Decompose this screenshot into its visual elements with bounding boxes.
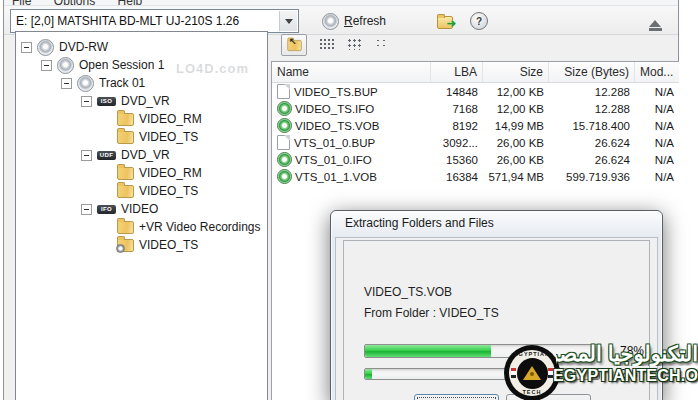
udf-badge-icon: UDF [97, 151, 116, 160]
folder-disc-icon [117, 239, 134, 252]
disc-file-icon [277, 118, 292, 133]
column-header-name[interactable]: Name [272, 62, 431, 82]
tree-item-track-01[interactable]: Track 01 [16, 74, 267, 92]
tree-item-video-rm[interactable]: VIDEO_RM [16, 110, 267, 128]
refresh-button[interactable]: Refresh [314, 9, 394, 33]
extract-button[interactable]: ➔ [429, 9, 462, 33]
folder-icon [117, 131, 134, 144]
drive-select-value: E: [2,0] MATSHITA BD-MLT UJ-210S 1.26 [11, 14, 278, 28]
tree-item-video-ts[interactable]: VIDEO_TS [16, 182, 267, 200]
disc-icon [37, 39, 54, 56]
disc-file-icon [277, 169, 292, 184]
list-view-icon[interactable] [375, 38, 385, 50]
file-row[interactable]: VTS_01_0.BUP 3092... 26,00 KB 26.624 N/A [272, 134, 679, 151]
arabic-watermark-text: التكنولوجيا المصرية [556, 342, 698, 366]
disc-icon [322, 13, 339, 30]
dialog-title: Extracting Folders and Files [331, 211, 662, 236]
egyptiantech-logo: EGYPTIAN TECH [504, 345, 560, 400]
file-row[interactable]: VIDEO_TS.BUP 14848 12,00 KB 12.288 N/A [272, 83, 679, 100]
details-view-icon[interactable] [319, 38, 334, 50]
iso-badge-icon: ISO [97, 97, 116, 106]
folder-icon [117, 167, 134, 180]
file-row[interactable]: VTS_01_1.VOB 16384 571,94 MB 599.719.936… [272, 168, 679, 185]
help-button[interactable]: ? [462, 9, 496, 33]
tree-expander-icon[interactable] [41, 60, 52, 71]
document-icon [277, 135, 290, 150]
egypt-flag-icon [511, 368, 516, 378]
tree-item-dvd-rw[interactable]: DVD-RW [16, 38, 267, 56]
folder-icon [117, 185, 134, 198]
tree-item-dvd-vr-iso[interactable]: ISO DVD_VR [16, 92, 267, 110]
site-watermark-text: EGYPTIANTECH.ORG [553, 367, 698, 385]
chevron-down-icon[interactable] [279, 11, 297, 31]
tree-item-dvd-vr-udf[interactable]: UDF DVD_VR [16, 146, 267, 164]
tree-expander-icon[interactable] [81, 150, 92, 161]
extract-folder-icon: ➔ [437, 15, 454, 28]
file-row[interactable]: VIDEO_TS.VOB 8192 14,99 MB 15.718.400 N/… [272, 117, 679, 134]
tree-item-video[interactable]: IFO VIDEO [16, 200, 267, 218]
pyramid-icon [523, 366, 541, 380]
device-tree-panel: DVD-RW Open Session 1 Track 01 ISO DVD_V… [15, 31, 268, 400]
tree-expander-icon[interactable] [61, 78, 72, 89]
tree-expander-icon[interactable] [21, 42, 32, 53]
total-progress-fill [365, 369, 372, 379]
folder-icon [117, 221, 134, 234]
file-progress-fill [365, 345, 491, 357]
eject-button[interactable] [646, 14, 664, 28]
cancel-button[interactable]: Cancel [414, 394, 499, 400]
help-icon: ? [470, 12, 488, 30]
current-file-label: VIDEO_TS.VOB [364, 285, 452, 299]
file-row[interactable]: VTS_01_0.IFO 15360 26,00 KB 26.624 N/A [272, 151, 679, 168]
file-row[interactable]: VIDEO_TS.IFO 7168 12,00 KB 12.288 N/A [272, 100, 679, 117]
lo4d-watermark: LO4D.com [176, 61, 249, 76]
tree-item-video-ts[interactable]: VIDEO_TS [16, 128, 267, 146]
disc-file-icon [277, 152, 292, 167]
folder-icon [117, 113, 134, 126]
disc-file-icon [277, 101, 292, 116]
disc-icon [77, 75, 94, 92]
tree-item-video-rm[interactable]: VIDEO_RM [16, 164, 267, 182]
drive-select-combobox[interactable]: E: [2,0] MATSHITA BD-MLT UJ-210S 1.26 [10, 9, 299, 33]
tree-item-vr-video-recordings[interactable]: +VR Video Recordings [16, 218, 267, 236]
column-header-lba[interactable]: LBA [431, 62, 483, 82]
list-header-row: Name LBA Size Size (Bytes) Mod... [272, 62, 679, 83]
tree-expander-icon[interactable] [81, 96, 92, 107]
tree-item-video-ts[interactable]: VIDEO_TS [16, 236, 267, 254]
screenshot-stage: File Options Help E: [2,0] MATSHITA BD-M… [0, 0, 698, 400]
small-icons-view-icon[interactable] [347, 38, 361, 50]
up-level-button[interactable]: ↖ [281, 34, 307, 56]
document-icon [277, 84, 290, 99]
eject-icon [649, 14, 661, 27]
ifo-badge-icon: IFO [97, 205, 116, 214]
disc-icon [57, 57, 74, 74]
list-toolbar: ↖ [271, 31, 678, 59]
from-folder-label: From Folder : VIDEO_TS [364, 306, 499, 320]
column-header-size-bytes[interactable]: Size (Bytes) [549, 62, 635, 82]
column-header-modified[interactable]: Mod... [635, 62, 679, 82]
column-header-size[interactable]: Size [483, 62, 549, 82]
tree-expander-icon[interactable] [81, 204, 92, 215]
refresh-button-label: Refresh [344, 14, 386, 28]
